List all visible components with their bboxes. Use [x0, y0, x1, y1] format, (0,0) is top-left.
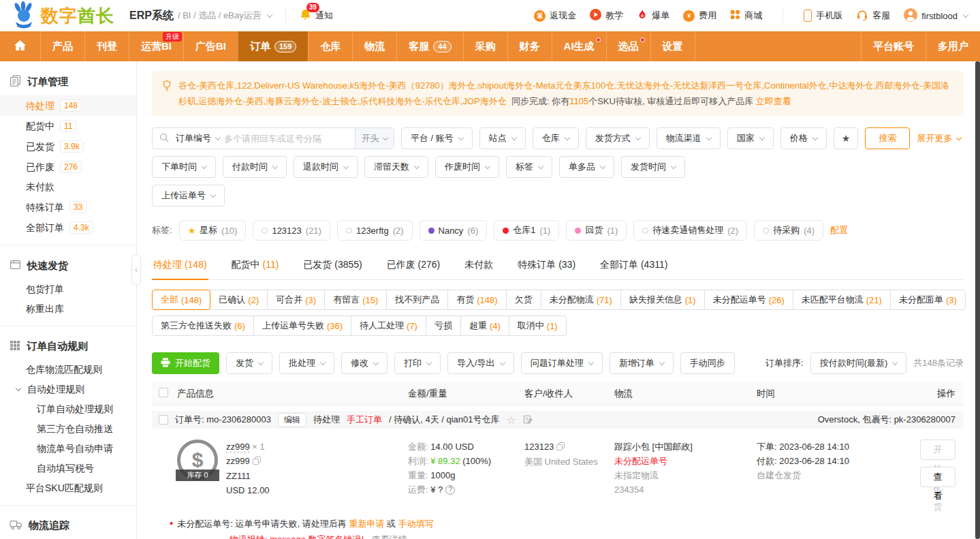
brand-logo[interactable]: 数字酋长 — [10, 1, 114, 31]
chip-has-message[interactable]: 有留言(15) — [324, 290, 387, 310]
filter-warehouse[interactable]: 仓库 — [533, 127, 579, 149]
filter-platform-account[interactable]: 平台 / 账号 — [401, 127, 473, 149]
nav-tab-customer-service[interactable]: 客服 44 — [396, 31, 462, 61]
chip-mergeable[interactable]: 可合并(3) — [267, 290, 325, 310]
sidebar-item-platform-sku-rules[interactable]: 平台SKU匹配规则 — [0, 478, 136, 498]
sidebar-item-pending[interactable]: 待处理148 — [0, 95, 136, 116]
breadcrumb[interactable]: ERP系统 / BI / 选品 / eBay运营 — [129, 9, 272, 23]
chip-loss[interactable]: 亏损 — [426, 315, 461, 336]
filter-site[interactable]: 站点 — [479, 127, 526, 149]
sidebar-section-logistics-tracking[interactable]: 物流追踪 — [0, 506, 136, 539]
tag-starred[interactable]: ★星标(10) — [179, 220, 247, 241]
search-input[interactable] — [224, 134, 355, 144]
chip-out-of-stock[interactable]: 欠货 — [506, 290, 541, 310]
memo-icon[interactable] — [523, 414, 533, 426]
tag-aliexpress-pending[interactable]: 待速卖通销售处理(2) — [633, 220, 747, 241]
tab-allocating[interactable]: 配货中 (11) — [230, 251, 281, 279]
tab-all-orders[interactable]: 全部订单 (4311) — [599, 251, 669, 279]
ship-button[interactable]: 发货 — [226, 352, 272, 374]
sort-select[interactable]: 按付款时间(最新) — [810, 352, 907, 374]
sidebar-item-unpaid[interactable]: 未付款 — [0, 177, 136, 197]
manual-sync-button[interactable]: 手动同步 — [680, 352, 735, 374]
nav-tab-platform-accounts[interactable]: 平台账号 — [861, 31, 926, 61]
filter-upload-tracking[interactable]: 上传运单号 — [152, 185, 225, 206]
tab-voided[interactable]: 已作废 (276) — [385, 251, 442, 279]
nav-tab-ai-generate[interactable]: AI生成 — [552, 31, 606, 61]
sidebar-item-allocating[interactable]: 配货中11 — [0, 116, 136, 136]
filter-ship-time[interactable]: 发货时间 — [621, 156, 685, 178]
chip-overweight[interactable]: 超重(4) — [460, 315, 509, 336]
import-export-button[interactable]: 导入/导出 — [447, 352, 514, 374]
filter-price[interactable]: 价格 — [780, 127, 827, 149]
nav-tab-product-selection[interactable]: 选品 — [606, 31, 650, 61]
nav-tab-finance[interactable]: 财务 — [507, 31, 552, 61]
tab-special-orders[interactable]: 特殊订单 (33) — [516, 251, 577, 279]
chip-upload-tracking-failed[interactable]: 上传运单号失败(36) — [253, 315, 351, 336]
start-allocate-button[interactable]: 开始配货 — [152, 352, 219, 374]
nav-tab-logistics[interactable]: 物流 — [352, 31, 396, 61]
tag-to-purchase[interactable]: 待采购(4) — [754, 220, 823, 241]
tag-nancy[interactable]: Nancy(6) — [420, 220, 488, 241]
nav-tab-products[interactable]: 产品 — [40, 31, 84, 61]
nav-tab-ad-bi[interactable]: 广告BI — [183, 31, 238, 61]
nav-tab-listings[interactable]: 刊登 — [84, 31, 129, 61]
chip-in-stock[interactable]: 有货(148) — [447, 290, 506, 310]
customer-service-link[interactable]: 客服 — [856, 9, 890, 23]
tag-warehouse1[interactable]: 仓库1(1) — [494, 220, 559, 241]
chip-missing-customs[interactable]: 缺失报关信息(1) — [620, 290, 705, 310]
copy-icon[interactable] — [556, 440, 565, 455]
tag-return-goods[interactable]: 回货(1) — [566, 220, 627, 241]
chip-manual-handle[interactable]: 待人工处理(7) — [351, 315, 426, 336]
filter-refund-time[interactable]: 退款时间 — [294, 156, 358, 178]
filter-pay-time[interactable]: 付款时间 — [223, 156, 287, 178]
tutorial-link[interactable]: 教学 — [590, 9, 623, 22]
chip-no-tracking[interactable]: 未分配运单号(26) — [704, 290, 793, 310]
nav-tab-warehouse[interactable]: 仓库 — [308, 31, 352, 61]
view-now-link[interactable]: 立即查看 — [756, 96, 791, 106]
star-filter-button[interactable]: ★ — [834, 127, 859, 149]
edit-order-button[interactable]: 编辑 — [278, 413, 306, 427]
copy-icon[interactable] — [253, 455, 261, 469]
nav-tab-operation-bi[interactable]: 运营BI 升级 — [129, 31, 183, 61]
question-circle-icon[interactable]: ? — [445, 485, 455, 495]
reapply-link[interactable]: 重新申请 — [349, 519, 384, 529]
nav-tab-purchase[interactable]: 采购 — [463, 31, 507, 61]
sidebar-item-pack-print[interactable]: 包货打单 — [0, 279, 136, 299]
sidebar-item-special-orders[interactable]: 特殊订单33 — [0, 197, 136, 217]
chip-cancelling[interactable]: 取消中(1) — [509, 315, 567, 336]
tab-pending[interactable]: 待处理 (148) — [152, 251, 208, 279]
tab-shipped[interactable]: 已发货 (3855) — [302, 251, 363, 279]
page-scrollbar[interactable] — [975, 61, 980, 539]
modify-button[interactable]: 修改 — [341, 352, 388, 374]
nav-tab-settings[interactable]: 设置 — [650, 31, 695, 61]
view-details-link[interactable]: 查看详情 — [372, 534, 407, 539]
chip-no-logistics[interactable]: 未分配物流(71) — [541, 290, 621, 310]
chip-all[interactable]: 全部(148) — [152, 290, 210, 310]
sidebar-item-shipped[interactable]: 已发货3.9k — [0, 136, 136, 157]
filter-order-time[interactable]: 下单时间 — [152, 156, 216, 178]
manual-fill-link[interactable]: 手动填写 — [398, 519, 434, 529]
chip-product-not-found[interactable]: 找不到产品 — [386, 290, 448, 310]
mall-link[interactable]: 商城 — [730, 10, 762, 22]
sidebar-collapse-handle[interactable]: ‹ — [131, 254, 141, 286]
filter-stranded-days[interactable]: 滞留天数 — [364, 156, 428, 178]
sidebar-item-all-orders[interactable]: 全部订单4.3k — [0, 217, 136, 238]
sidebar-item-weigh-outbound[interactable]: 称重出库 — [0, 299, 136, 319]
product-title[interactable]: zz999 — [226, 442, 250, 452]
match-mode-selector[interactable]: 开头 — [355, 128, 394, 149]
filter-tag[interactable]: 标签 — [506, 156, 552, 178]
filter-single-multi[interactable]: 单多品 — [559, 156, 614, 178]
nav-tab-orders[interactable]: 订单 159 — [238, 31, 308, 61]
notifications-button[interactable]: 通知 39 — [300, 9, 333, 22]
row-start-allocate-button[interactable]: 开始配货 — [920, 440, 955, 460]
filter-ship-method[interactable]: 发货方式 — [586, 127, 650, 149]
cashback-link[interactable]: 返 返现金 — [534, 10, 576, 22]
filter-logistics-channel[interactable]: 物流渠道 — [657, 127, 721, 149]
tag-config-link[interactable]: 配置 — [830, 224, 848, 236]
sidebar-item-tracking-auto-apply[interactable]: 物流单号自动申请 — [0, 439, 136, 459]
star-outline-icon[interactable]: ☆ — [507, 414, 516, 427]
user-menu[interactable]: firstblood — [904, 8, 968, 24]
nav-tab-home[interactable] — [0, 31, 40, 61]
problem-order-button[interactable]: 问题订单处理 — [521, 352, 603, 374]
tag-123123[interactable]: 123123(21) — [253, 220, 330, 241]
